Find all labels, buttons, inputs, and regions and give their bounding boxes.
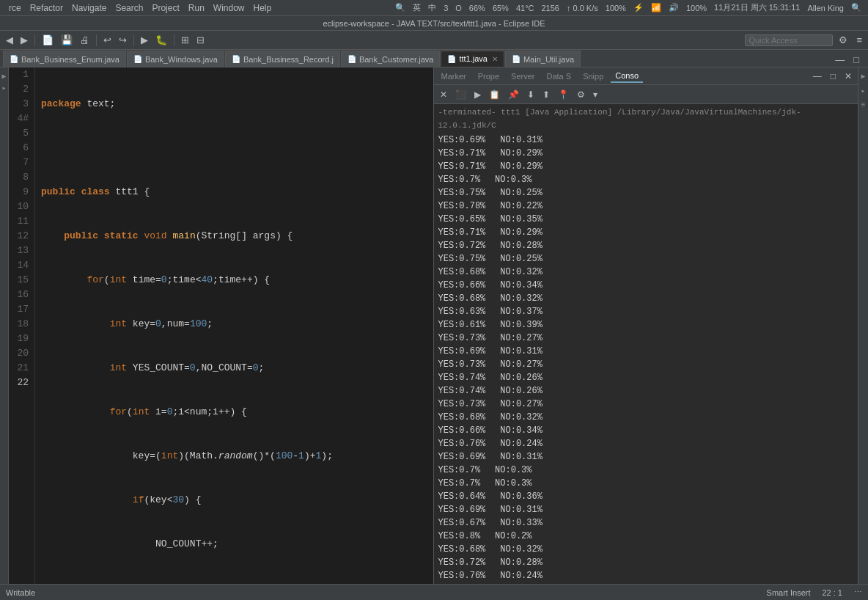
no-value: NO:0.36% — [500, 490, 542, 503]
menu-help[interactable]: Help — [249, 3, 276, 13]
panel-tab-console[interactable]: Conso — [611, 70, 643, 83]
no-value: NO:0.2% — [495, 530, 532, 543]
yes-value: YES:0.69% — [438, 345, 486, 358]
ln-21: 21 — [12, 361, 29, 376]
quick-access-input[interactable] — [745, 34, 833, 46]
ln-4: 4# — [12, 111, 29, 126]
code-line-12: } — [41, 581, 427, 584]
menu-refactor[interactable]: Refactor — [26, 3, 67, 13]
right-icon-2: ▸ — [859, 85, 867, 97]
console-settings-btn[interactable]: ⚙ — [574, 88, 588, 101]
code-lines[interactable]: package text; public class ttt1 { public… — [35, 67, 433, 584]
maximize-editor-btn[interactable]: □ — [850, 53, 862, 67]
wifi-icon: 📶 — [649, 3, 663, 12]
tab-ttt1[interactable]: 📄 ttt1.java ✕ — [441, 51, 504, 67]
console-scroll-top-btn[interactable]: ⬆ — [540, 88, 553, 101]
run-btn[interactable]: ▶ — [138, 33, 151, 47]
console-scroll-end-btn[interactable]: ⬇ — [524, 88, 537, 101]
tab-bank-record[interactable]: 📄 Bank_Business_Record.j — [225, 51, 340, 67]
panel-tab-server[interactable]: Server — [507, 70, 539, 82]
menu-run[interactable]: Run — [184, 3, 209, 13]
java-file-icon: 📄 — [133, 55, 142, 63]
no-value: NO:0.29% — [500, 226, 542, 239]
console-row: YES:0.73%NO:0.27% — [438, 358, 854, 371]
options-btn[interactable]: ≡ — [853, 33, 865, 47]
save-btn[interactable]: 💾 — [58, 33, 76, 47]
yes-value: YES:0.66% — [438, 424, 486, 437]
tab-bank-enum[interactable]: 📄 Bank_Business_Enum.java — [3, 51, 126, 67]
yes-value: YES:0.64% — [438, 490, 486, 503]
console-row: YES:0.69%NO:0.31% — [438, 503, 854, 516]
console-clear-btn[interactable]: ✕ — [437, 88, 450, 101]
sep4 — [174, 34, 174, 46]
tab-bank-customer[interactable]: 📄 Bank_Customer.java — [341, 51, 441, 67]
open-perspective-btn[interactable]: ⊞ — [178, 33, 192, 47]
panel-tab-marker[interactable]: Marker — [437, 70, 471, 82]
no-value: NO:0.22% — [500, 200, 542, 213]
console-row: YES:0.63%NO:0.37% — [438, 305, 854, 318]
code-line-9: key=(int)(Math.random()*(100-1)+1); — [41, 449, 427, 464]
minimize-editor-btn[interactable]: — — [832, 53, 847, 67]
print-btn[interactable]: 🖨 — [77, 33, 92, 47]
no-value: NO:0.32% — [500, 411, 542, 424]
tab-bank-windows[interactable]: 📄 Bank_Windows.java — [127, 51, 224, 67]
yes-value: YES:0.71% — [438, 226, 486, 239]
forward-btn[interactable]: ▶ — [18, 33, 31, 47]
console-row: YES:0.76%NO:0.24% — [438, 437, 854, 450]
left-sidebar: ▶ ▸ — [0, 67, 9, 584]
console-stop-btn[interactable]: ⬛ — [452, 88, 469, 101]
panel-close-btn[interactable]: ✕ — [842, 70, 855, 83]
console-row: YES:0.7%NO:0.3% — [438, 477, 854, 490]
panel-tab-snipp[interactable]: Snipp — [578, 70, 608, 82]
no-value: NO:0.32% — [500, 266, 542, 279]
tab-close-btn[interactable]: ✕ — [492, 55, 498, 63]
tab-label: Bank_Customer.java — [359, 55, 434, 64]
settings-btn[interactable]: ⚙ — [836, 33, 850, 47]
right-icon-1: ▶ — [859, 70, 867, 82]
ln-22: 22 — [12, 376, 29, 390]
main-content: ▶ ▸ 1 2 3 4# 5 6 7 8 9 10 11 12 13 14 15… — [0, 67, 868, 584]
menu-search[interactable]: Search — [111, 3, 147, 13]
perspective-btn[interactable]: ⊟ — [194, 33, 207, 47]
tab-main-util[interactable]: 📄 Main_Util.java — [505, 51, 581, 67]
console-row: YES:0.69%NO:0.31% — [438, 450, 854, 464]
no-value: NO:0.34% — [500, 279, 542, 292]
code-editor[interactable]: 1 2 3 4# 5 6 7 8 9 10 11 12 13 14 15 16 … — [9, 67, 433, 584]
panel-maximize-btn[interactable]: □ — [828, 70, 839, 83]
percent100: 100% — [603, 4, 628, 12]
console-row: YES:0.64%NO:0.36% — [438, 490, 854, 503]
no-value: NO:0.37% — [500, 305, 542, 318]
cpu-usage: 66% — [467, 4, 488, 12]
panel-minimize-btn[interactable]: — — [810, 70, 825, 83]
debug-btn[interactable]: 🐛 — [152, 33, 170, 47]
no-value: NO:0.3% — [495, 173, 532, 186]
undo-btn[interactable]: ↩ — [100, 33, 114, 47]
console-pin-btn[interactable]: 📍 — [555, 88, 572, 101]
new-file-btn[interactable]: 📄 — [39, 33, 56, 47]
menu-bar: rce Refactor Navigate Search Project Run… — [0, 0, 868, 16]
ln-14: 14 — [12, 258, 29, 273]
console-row: YES:0.72%NO:0.28% — [438, 239, 854, 252]
console-row: YES:0.78%NO:0.22% — [438, 200, 854, 213]
console-row: YES:0.71%NO:0.29% — [438, 160, 854, 173]
ln-3: 3 — [12, 97, 29, 111]
console-row: YES:0.65%NO:0.35% — [438, 213, 854, 226]
menu-window[interactable]: Window — [209, 3, 249, 13]
console-dropdown-btn[interactable]: ▾ — [590, 88, 600, 101]
ln-8: 8 — [12, 170, 29, 185]
console-copy-btn[interactable]: 📋 — [486, 88, 503, 101]
menu-rce[interactable]: rce — [4, 3, 26, 13]
panel-tab-prope[interactable]: Prope — [474, 70, 504, 82]
menu-navigate[interactable]: Navigate — [67, 3, 111, 13]
console-row: YES:0.73%NO:0.27% — [438, 332, 854, 345]
panel-tab-data-s[interactable]: Data S — [542, 70, 576, 82]
redo-btn[interactable]: ↪ — [116, 33, 130, 47]
search-icon[interactable]: 🔍 — [849, 3, 864, 12]
console-paste-btn[interactable]: 📌 — [505, 88, 522, 101]
yes-value: YES:0.74% — [438, 384, 486, 398]
console-run-btn[interactable]: ▶ — [471, 88, 484, 101]
back-btn[interactable]: ◀ — [3, 33, 16, 47]
console-header: -terminated- ttt1 [Java Application] /Li… — [438, 106, 854, 132]
menu-project[interactable]: Project — [147, 3, 183, 13]
yes-value: YES:0.69% — [438, 133, 486, 147]
